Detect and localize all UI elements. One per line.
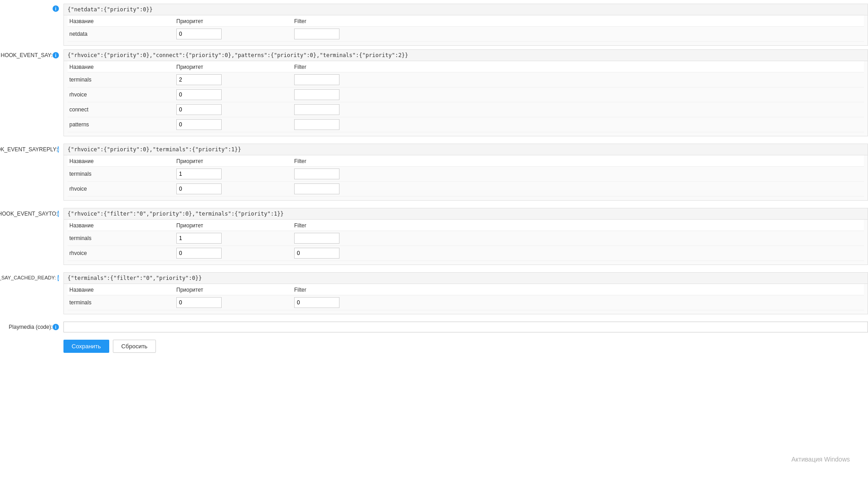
hook-event-say-table: Название Приоритет Filter terminals — [64, 61, 868, 136]
hook-event-sayreply-row: HOOK_EVENT_SAYREPLY: i {"rhvoice":{"prio… — [0, 144, 868, 201]
row-filter-terminals — [294, 74, 864, 85]
hook-event-say-label: HOOK_EVENT_SAY: i — [0, 49, 63, 58]
playmedia-row: Playmedia (code): i — [0, 322, 868, 332]
row-filter-rhvoice — [294, 89, 864, 100]
col-filter: Filter — [294, 64, 864, 70]
hook-event-say-cached-ready-row: HOOK_EVENT_SAY_CACHED_READY: i {"termina… — [0, 272, 868, 314]
hook-event-sayreply-json: {"rhvoice":{"priority":0},"terminals":{"… — [64, 144, 868, 155]
table-row: terminals — [68, 295, 864, 310]
row-priority-rhvoice — [176, 248, 294, 259]
row-priority-terminals — [176, 168, 294, 179]
filter-input-sayreply-rhvoice[interactable] — [294, 183, 339, 194]
hook-event-sayreply-info[interactable]: i — [58, 146, 59, 153]
col-filter-header: Filter — [294, 18, 864, 24]
row-priority-patterns — [176, 119, 294, 130]
row-priority-terminals — [176, 233, 294, 244]
hook-event-say-cached-ready-json: {"terminals":{"filter":"0","priority":0}… — [64, 273, 868, 284]
priority-input-say-patterns[interactable] — [176, 119, 222, 130]
table-row: terminals — [68, 167, 864, 182]
top-content: {"netdata":{"priority":0}} Название Прио… — [63, 4, 868, 46]
col-priority: Приоритет — [176, 222, 294, 229]
page-container: i {"netdata":{"priority":0}} Название Пр… — [0, 0, 868, 481]
row-filter-netdata — [294, 29, 864, 39]
filter-input-sayto-rhvoice[interactable] — [294, 248, 339, 259]
windows-watermark: Активация Windows — [791, 456, 850, 463]
hook-event-sayto-block: {"rhvoice":{"filter":"0","priority":0},"… — [63, 208, 868, 265]
hook-sayreply-header: Название Приоритет Filter — [68, 155, 864, 167]
row-name-terminals: terminals — [68, 235, 176, 241]
table-row: patterns — [68, 117, 864, 132]
filter-input-cached-terminals[interactable] — [294, 297, 339, 308]
row-filter-terminals — [294, 168, 864, 179]
filter-input-say-connect[interactable] — [294, 104, 339, 115]
priority-input-sayreply-terminals[interactable] — [176, 168, 222, 179]
row-filter-rhvoice — [294, 183, 864, 194]
priority-input-netdata[interactable] — [176, 29, 222, 39]
col-filter: Filter — [294, 158, 864, 164]
playmedia-input[interactable] — [63, 322, 868, 332]
hook-sayto-header: Название Приоритет Filter — [68, 220, 864, 231]
row-priority-terminals — [176, 74, 294, 85]
row-name-terminals: terminals — [68, 171, 176, 177]
row-name-connect: connect — [68, 106, 176, 113]
playmedia-info[interactable]: i — [53, 324, 59, 330]
filter-input-say-terminals[interactable] — [294, 74, 339, 85]
col-priority-header: Приоритет — [176, 18, 294, 24]
hook-event-say-cached-ready-table: Название Приоритет Filter terminals — [64, 284, 868, 314]
hook-event-sayto-label: HOOK_EVENT_SAYTO: i — [0, 208, 63, 217]
hook-event-say-info[interactable]: i — [53, 52, 59, 58]
hook-event-say-json: {"rhvoice":{"priority":0},"connect":{"pr… — [64, 50, 868, 61]
table-row: netdata — [68, 27, 864, 42]
priority-input-say-terminals[interactable] — [176, 74, 222, 85]
col-priority: Приоритет — [176, 158, 294, 164]
top-info-icon[interactable]: i — [53, 5, 59, 12]
reset-button[interactable]: Сбросить — [113, 340, 156, 353]
row-name-terminals: terminals — [68, 77, 176, 83]
row-name-terminals: terminals — [68, 299, 176, 306]
top-table-header: Название Приоритет Filter — [68, 15, 864, 27]
hook-event-sayto-content: {"rhvoice":{"filter":"0","priority":0},"… — [63, 208, 868, 265]
row-name-patterns: patterns — [68, 121, 176, 128]
hook-event-say-cached-ready-content: {"terminals":{"filter":"0","priority":0}… — [63, 272, 868, 314]
hook-event-sayto-json: {"rhvoice":{"filter":"0","priority":0},"… — [64, 208, 868, 220]
row-name-rhvoice: rhvoice — [68, 91, 176, 98]
hook-event-sayto-table: Название Приоритет Filter terminals — [64, 220, 868, 265]
hook-event-sayto-info[interactable]: i — [58, 211, 59, 217]
table-row: terminals — [68, 231, 864, 246]
row-priority-rhvoice — [176, 89, 294, 100]
priority-input-sayreply-rhvoice[interactable] — [176, 183, 222, 194]
row-filter-rhvoice — [294, 248, 864, 259]
priority-input-cached-terminals[interactable] — [176, 297, 222, 308]
row-filter-terminals — [294, 233, 864, 244]
col-name: Название — [68, 287, 176, 293]
top-block: {"netdata":{"priority":0}} Название Прио… — [63, 4, 868, 46]
filter-input-say-patterns[interactable] — [294, 119, 339, 130]
col-name-header: Название — [68, 18, 176, 24]
filter-input-say-rhvoice[interactable] — [294, 89, 339, 100]
priority-input-say-rhvoice[interactable] — [176, 89, 222, 100]
top-json: {"netdata":{"priority":0}} — [64, 4, 868, 15]
hook-say-header: Название Приоритет Filter — [68, 61, 864, 72]
row-priority-connect — [176, 104, 294, 115]
col-priority: Приоритет — [176, 287, 294, 293]
table-row: connect — [68, 102, 864, 117]
hook-event-say-cached-ready-info[interactable]: i — [58, 275, 59, 281]
filter-input-sayto-terminals[interactable] — [294, 233, 339, 244]
hook-cached-header: Название Приоритет Filter — [68, 284, 864, 295]
row-name-rhvoice: rhvoice — [68, 186, 176, 192]
priority-input-sayto-rhvoice[interactable] — [176, 248, 222, 259]
filter-input-netdata[interactable] — [294, 29, 339, 39]
row-name-rhvoice: rhvoice — [68, 250, 176, 256]
table-row: rhvoice — [68, 182, 864, 197]
priority-input-say-connect[interactable] — [176, 104, 222, 115]
buttons-row: Сохранить Сбросить — [63, 340, 868, 353]
table-row: terminals — [68, 72, 864, 87]
row-priority-terminals — [176, 297, 294, 308]
top-label: i — [0, 4, 63, 12]
hook-event-sayreply-content: {"rhvoice":{"priority":0},"terminals":{"… — [63, 144, 868, 201]
top-table: Название Приоритет Filter netdata — [64, 15, 868, 45]
priority-input-sayto-terminals[interactable] — [176, 233, 222, 244]
save-button[interactable]: Сохранить — [63, 340, 109, 353]
hook-event-say-row: HOOK_EVENT_SAY: i {"rhvoice":{"priority"… — [0, 49, 868, 136]
filter-input-sayreply-terminals[interactable] — [294, 168, 339, 179]
